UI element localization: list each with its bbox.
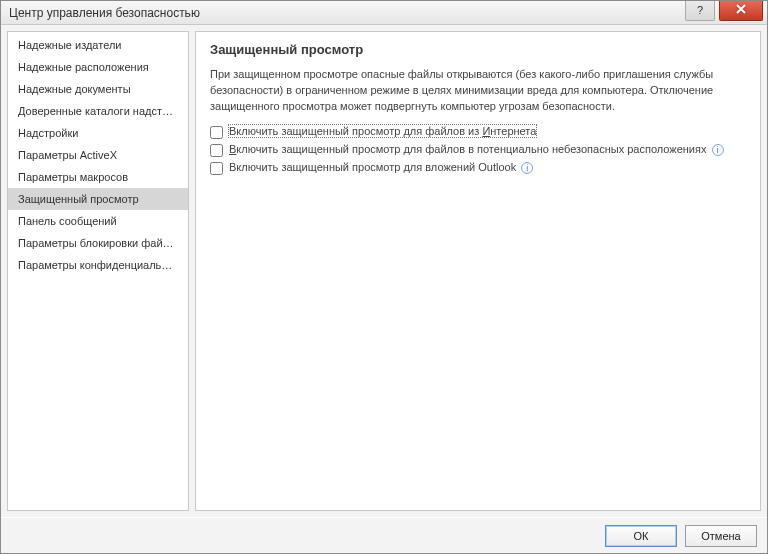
dialog-footer: ОК Отмена — [1, 517, 767, 553]
sidebar-item-privacy[interactable]: Параметры конфиденциальности — [8, 254, 188, 276]
option-label: Включить защищенный просмотр для файлов … — [229, 143, 724, 156]
info-icon[interactable]: i — [521, 162, 533, 174]
ok-button[interactable]: ОК — [605, 525, 677, 547]
content-heading: Защищенный просмотр — [210, 42, 746, 57]
sidebar-item-trusted-addin-catalogs[interactable]: Доверенные каталоги надстроек — [8, 100, 188, 122]
option-internet-files[interactable]: Включить защищенный просмотр для файлов … — [210, 123, 746, 141]
checkbox-internet-files[interactable] — [210, 126, 223, 139]
sidebar-item-trusted-documents[interactable]: Надежные документы — [8, 78, 188, 100]
sidebar-item-macros[interactable]: Параметры макросов — [8, 166, 188, 188]
option-label: Включить защищенный просмотр для файлов … — [229, 125, 536, 137]
close-button[interactable] — [719, 1, 763, 21]
sidebar-item-addins[interactable]: Надстройки — [8, 122, 188, 144]
sidebar-item-protected-view[interactable]: Защищенный просмотр — [8, 188, 188, 210]
option-outlook-attachments[interactable]: Включить защищенный просмотр для вложени… — [210, 159, 746, 177]
content-description: При защищенном просмотре опасные файлы о… — [210, 67, 746, 115]
help-button[interactable]: ? — [685, 1, 715, 21]
window-title: Центр управления безопасностью — [9, 6, 685, 20]
help-icon: ? — [697, 4, 703, 16]
option-label: Включить защищенный просмотр для вложени… — [229, 161, 533, 174]
cancel-button[interactable]: Отмена — [685, 525, 757, 547]
checkbox-unsafe-locations[interactable] — [210, 144, 223, 157]
sidebar-item-trusted-publishers[interactable]: Надежные издатели — [8, 34, 188, 56]
dialog-window: Центр управления безопасностью ? Надежны… — [0, 0, 768, 554]
sidebar-item-trusted-locations[interactable]: Надежные расположения — [8, 56, 188, 78]
titlebar: Центр управления безопасностью ? — [1, 1, 767, 25]
content-pane: Защищенный просмотр При защищенном просм… — [195, 31, 761, 511]
sidebar: Надежные издатели Надежные расположения … — [7, 31, 189, 511]
dialog-body: Надежные издатели Надежные расположения … — [1, 25, 767, 517]
close-icon — [735, 4, 747, 16]
sidebar-item-file-block[interactable]: Параметры блокировки файлов — [8, 232, 188, 254]
sidebar-item-activex[interactable]: Параметры ActiveX — [8, 144, 188, 166]
checkbox-outlook-attachments[interactable] — [210, 162, 223, 175]
info-icon[interactable]: i — [712, 144, 724, 156]
option-unsafe-locations[interactable]: Включить защищенный просмотр для файлов … — [210, 141, 746, 159]
sidebar-item-message-bar[interactable]: Панель сообщений — [8, 210, 188, 232]
